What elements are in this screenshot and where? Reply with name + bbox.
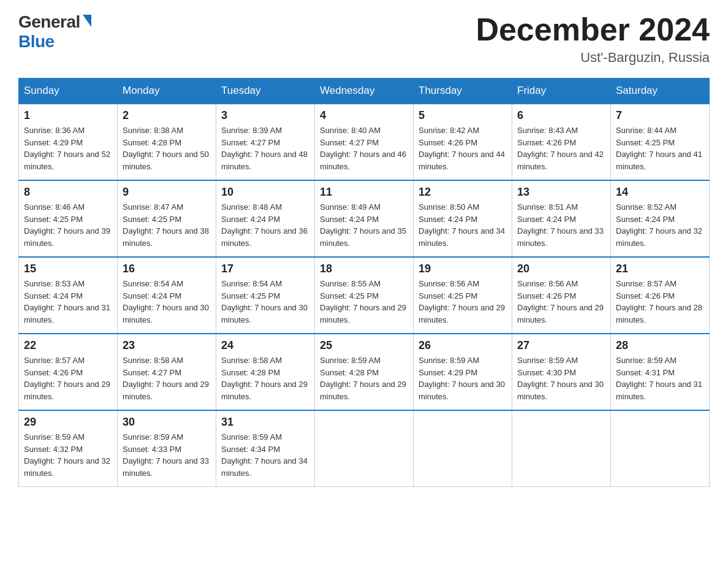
day-info: Sunrise: 8:48 AMSunset: 4:24 PMDaylight:… xyxy=(221,201,309,249)
day-number: 2 xyxy=(123,109,211,122)
calendar-cell: 17Sunrise: 8:54 AMSunset: 4:25 PMDayligh… xyxy=(216,257,315,334)
day-number: 9 xyxy=(123,186,211,199)
logo-triangle-icon xyxy=(83,15,91,27)
day-number: 26 xyxy=(419,339,507,352)
day-info: Sunrise: 8:47 AMSunset: 4:25 PMDaylight:… xyxy=(123,201,211,249)
week-row-2: 8Sunrise: 8:46 AMSunset: 4:25 PMDaylight… xyxy=(19,180,710,257)
day-info: Sunrise: 8:59 AMSunset: 4:31 PMDaylight:… xyxy=(616,354,704,402)
calendar-cell: 7Sunrise: 8:44 AMSunset: 4:25 PMDaylight… xyxy=(611,104,710,180)
col-header-friday: Friday xyxy=(512,79,611,104)
calendar-cell: 28Sunrise: 8:59 AMSunset: 4:31 PMDayligh… xyxy=(611,334,710,410)
calendar-cell: 30Sunrise: 8:59 AMSunset: 4:33 PMDayligh… xyxy=(118,410,216,487)
col-header-saturday: Saturday xyxy=(611,79,710,104)
day-number: 14 xyxy=(616,186,704,199)
day-number: 4 xyxy=(320,109,408,122)
calendar-table: SundayMondayTuesdayWednesdayThursdayFrid… xyxy=(18,78,710,487)
day-info: Sunrise: 8:57 AMSunset: 4:26 PMDaylight:… xyxy=(24,354,112,402)
day-number: 7 xyxy=(616,109,704,122)
calendar-cell: 31Sunrise: 8:59 AMSunset: 4:34 PMDayligh… xyxy=(216,410,315,487)
month-title: December 2024 xyxy=(476,12,710,47)
day-info: Sunrise: 8:58 AMSunset: 4:27 PMDaylight:… xyxy=(123,354,211,402)
day-number: 15 xyxy=(24,262,112,275)
day-info: Sunrise: 8:52 AMSunset: 4:24 PMDaylight:… xyxy=(616,201,704,249)
logo-blue: Blue xyxy=(18,32,55,52)
location-title: Ust'-Barguzin, Russia xyxy=(476,50,710,66)
week-row-1: 1Sunrise: 8:36 AMSunset: 4:29 PMDaylight… xyxy=(19,104,710,180)
calendar-cell: 18Sunrise: 8:55 AMSunset: 4:25 PMDayligh… xyxy=(315,257,414,334)
calendar-cell: 24Sunrise: 8:58 AMSunset: 4:28 PMDayligh… xyxy=(216,334,315,410)
day-info: Sunrise: 8:57 AMSunset: 4:26 PMDaylight:… xyxy=(616,278,704,326)
day-number: 28 xyxy=(616,339,704,352)
title-area: December 2024 Ust'-Barguzin, Russia xyxy=(476,12,710,66)
calendar-cell: 6Sunrise: 8:43 AMSunset: 4:26 PMDaylight… xyxy=(512,104,611,180)
day-number: 31 xyxy=(221,416,309,429)
day-info: Sunrise: 8:42 AMSunset: 4:26 PMDaylight:… xyxy=(419,124,507,172)
day-info: Sunrise: 8:59 AMSunset: 4:34 PMDaylight:… xyxy=(221,431,309,479)
calendar-cell: 21Sunrise: 8:57 AMSunset: 4:26 PMDayligh… xyxy=(611,257,710,334)
day-number: 13 xyxy=(517,186,605,199)
day-info: Sunrise: 8:54 AMSunset: 4:24 PMDaylight:… xyxy=(123,278,211,326)
day-info: Sunrise: 8:59 AMSunset: 4:29 PMDaylight:… xyxy=(419,354,507,402)
day-info: Sunrise: 8:55 AMSunset: 4:25 PMDaylight:… xyxy=(320,278,408,326)
calendar-cell: 3Sunrise: 8:39 AMSunset: 4:27 PMDaylight… xyxy=(216,104,315,180)
day-number: 8 xyxy=(24,186,112,199)
day-number: 21 xyxy=(616,262,704,275)
calendar-cell: 12Sunrise: 8:50 AMSunset: 4:24 PMDayligh… xyxy=(414,180,512,257)
calendar-cell: 29Sunrise: 8:59 AMSunset: 4:32 PMDayligh… xyxy=(19,410,118,487)
calendar-cell: 9Sunrise: 8:47 AMSunset: 4:25 PMDaylight… xyxy=(118,180,216,257)
day-number: 24 xyxy=(221,339,309,352)
day-number: 23 xyxy=(123,339,211,352)
calendar-cell: 26Sunrise: 8:59 AMSunset: 4:29 PMDayligh… xyxy=(414,334,512,410)
day-info: Sunrise: 8:56 AMSunset: 4:25 PMDaylight:… xyxy=(419,278,507,326)
header: General Blue December 2024 Ust'-Barguzin… xyxy=(18,12,710,66)
day-number: 5 xyxy=(419,109,507,122)
calendar-cell: 19Sunrise: 8:56 AMSunset: 4:25 PMDayligh… xyxy=(414,257,512,334)
day-number: 3 xyxy=(221,109,309,122)
day-info: Sunrise: 8:39 AMSunset: 4:27 PMDaylight:… xyxy=(221,124,309,172)
day-info: Sunrise: 8:56 AMSunset: 4:26 PMDaylight:… xyxy=(517,278,605,326)
day-info: Sunrise: 8:46 AMSunset: 4:25 PMDaylight:… xyxy=(24,201,112,249)
calendar-cell: 27Sunrise: 8:59 AMSunset: 4:30 PMDayligh… xyxy=(512,334,611,410)
day-info: Sunrise: 8:40 AMSunset: 4:27 PMDaylight:… xyxy=(320,124,408,172)
calendar-cell: 2Sunrise: 8:38 AMSunset: 4:28 PMDaylight… xyxy=(118,104,216,180)
calendar-cell: 20Sunrise: 8:56 AMSunset: 4:26 PMDayligh… xyxy=(512,257,611,334)
day-info: Sunrise: 8:58 AMSunset: 4:28 PMDaylight:… xyxy=(221,354,309,402)
day-number: 18 xyxy=(320,262,408,275)
calendar-cell: 5Sunrise: 8:42 AMSunset: 4:26 PMDaylight… xyxy=(414,104,512,180)
week-row-5: 29Sunrise: 8:59 AMSunset: 4:32 PMDayligh… xyxy=(19,410,710,487)
day-number: 25 xyxy=(320,339,408,352)
week-row-4: 22Sunrise: 8:57 AMSunset: 4:26 PMDayligh… xyxy=(19,334,710,410)
calendar-header-row: SundayMondayTuesdayWednesdayThursdayFrid… xyxy=(19,79,710,104)
col-header-monday: Monday xyxy=(118,79,216,104)
day-info: Sunrise: 8:38 AMSunset: 4:28 PMDaylight:… xyxy=(123,124,211,172)
day-number: 17 xyxy=(221,262,309,275)
day-number: 10 xyxy=(221,186,309,199)
calendar-cell: 8Sunrise: 8:46 AMSunset: 4:25 PMDaylight… xyxy=(19,180,118,257)
day-number: 11 xyxy=(320,186,408,199)
day-number: 12 xyxy=(419,186,507,199)
calendar-cell: 10Sunrise: 8:48 AMSunset: 4:24 PMDayligh… xyxy=(216,180,315,257)
calendar-cell: 23Sunrise: 8:58 AMSunset: 4:27 PMDayligh… xyxy=(118,334,216,410)
calendar-cell: 25Sunrise: 8:59 AMSunset: 4:28 PMDayligh… xyxy=(315,334,414,410)
day-info: Sunrise: 8:36 AMSunset: 4:29 PMDaylight:… xyxy=(24,124,112,172)
week-row-3: 15Sunrise: 8:53 AMSunset: 4:24 PMDayligh… xyxy=(19,257,710,334)
logo-general: General xyxy=(18,12,80,32)
calendar-cell: 15Sunrise: 8:53 AMSunset: 4:24 PMDayligh… xyxy=(19,257,118,334)
day-number: 27 xyxy=(517,339,605,352)
col-header-thursday: Thursday xyxy=(414,79,512,104)
calendar-cell xyxy=(414,410,512,487)
day-number: 6 xyxy=(517,109,605,122)
calendar-cell xyxy=(512,410,611,487)
day-info: Sunrise: 8:59 AMSunset: 4:32 PMDaylight:… xyxy=(24,431,112,479)
col-header-wednesday: Wednesday xyxy=(315,79,414,104)
day-number: 16 xyxy=(123,262,211,275)
calendar-cell xyxy=(611,410,710,487)
logo: General Blue xyxy=(18,12,91,52)
day-info: Sunrise: 8:44 AMSunset: 4:25 PMDaylight:… xyxy=(616,124,704,172)
day-number: 29 xyxy=(24,416,112,429)
calendar-cell: 14Sunrise: 8:52 AMSunset: 4:24 PMDayligh… xyxy=(611,180,710,257)
day-info: Sunrise: 8:51 AMSunset: 4:24 PMDaylight:… xyxy=(517,201,605,249)
calendar-cell xyxy=(315,410,414,487)
calendar-cell: 16Sunrise: 8:54 AMSunset: 4:24 PMDayligh… xyxy=(118,257,216,334)
day-info: Sunrise: 8:43 AMSunset: 4:26 PMDaylight:… xyxy=(517,124,605,172)
